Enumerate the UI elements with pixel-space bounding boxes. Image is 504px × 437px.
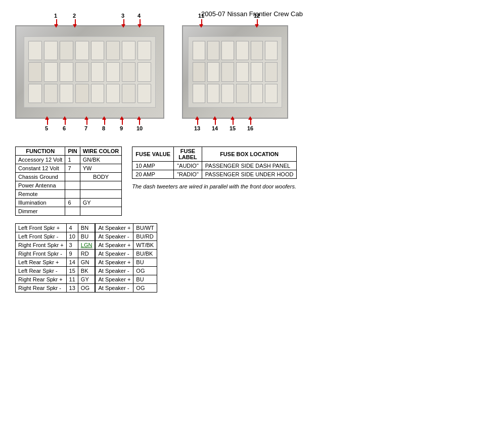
- pin-cell: [65, 173, 80, 181]
- fuse-table: FUSE VALUE FUSELABEL FUSE BOX LOCATION 1…: [132, 147, 297, 179]
- speaker-table-right: At Speaker + BU/WT At Speaker - BU/RD At…: [95, 223, 157, 293]
- table-row: Illumination 6 GY: [16, 199, 122, 207]
- tables-section: FUNCTION PIN WIRE COLOR Accessory 12 Vol…: [15, 147, 489, 216]
- table-row: Chassis Ground BODY: [16, 173, 122, 181]
- at-spkr-wire: WT/BK: [133, 241, 157, 250]
- at-spkr-function: At Speaker -: [96, 284, 133, 293]
- function-table-wrapper: FUNCTION PIN WIRE COLOR Accessory 12 Vol…: [15, 147, 122, 216]
- wire-cell: [80, 190, 122, 199]
- at-spkr-wire: BU: [133, 258, 157, 267]
- function-cell: Accessory 12 Volt: [16, 156, 65, 164]
- table-row: Remote: [16, 190, 122, 199]
- connector2: 11 12 13 14: [182, 25, 288, 119]
- function-cell: Constant 12 Volt: [16, 164, 65, 173]
- pin2-label: 2: [73, 12, 76, 19]
- fuse-row: 10 AMP "AUDIO" PASSENGER SIDE DASH PANEL: [132, 162, 297, 170]
- pin9-label: 9: [120, 125, 123, 132]
- at-spkr-wire: BU: [133, 275, 157, 284]
- function-cell: Remote: [16, 190, 65, 199]
- function-cell: Power Antenna: [16, 181, 65, 190]
- pin5-label: 5: [45, 125, 48, 132]
- wire-cell: [80, 207, 122, 216]
- pin16-label: 16: [247, 125, 253, 132]
- fuse-value-cell: 20 AMP: [132, 170, 174, 179]
- pin-cell: 6: [65, 199, 80, 207]
- spkr-pin: 11: [66, 275, 78, 284]
- table-row: Accessory 12 Volt 1 GN/BK: [16, 156, 122, 164]
- connector1: 1 2 3 4: [15, 25, 164, 119]
- pin1-label: 1: [54, 12, 57, 19]
- table-row: At Speaker + BU: [96, 258, 157, 267]
- table-row: At Speaker - OG: [96, 284, 157, 293]
- at-spkr-function: At Speaker +: [96, 241, 133, 250]
- spkr-pin: 9: [66, 250, 78, 258]
- at-spkr-function: At Speaker +: [96, 275, 133, 284]
- at-spkr-function: At Speaker +: [96, 224, 133, 232]
- pin4-label: 4: [138, 12, 141, 19]
- fuse-location-cell: PASSENGER SIDE DASH PANEL: [202, 162, 297, 170]
- table-row: Right Rear Spkr + 11 GY: [16, 275, 95, 284]
- fuse-note: The dash tweeters are wired in parallel …: [132, 183, 297, 189]
- fuse-label-cell: "RADIO": [174, 170, 202, 179]
- table-row: Right Front Spkr - 9 RD: [16, 250, 95, 258]
- at-spkr-function: At Speaker -: [96, 267, 133, 275]
- spkr-function: Right Front Spkr +: [16, 241, 67, 250]
- wire-cell: YW: [80, 164, 122, 173]
- at-spkr-function: At Speaker +: [96, 258, 133, 267]
- pin12-label: 12: [254, 12, 260, 19]
- spkr-function: Right Front Spkr -: [16, 250, 67, 258]
- spkr-wire: LGN: [78, 241, 95, 250]
- wire-cell: BODY: [80, 173, 122, 181]
- at-spkr-function: At Speaker -: [96, 232, 133, 241]
- spkr-wire: GY: [78, 275, 95, 284]
- pin6-label: 6: [63, 125, 66, 132]
- spkr-wire: BN: [78, 224, 95, 232]
- fuse-location-header: FUSE BOX LOCATION: [202, 147, 297, 162]
- fuse-label-cell: "AUDIO": [174, 162, 202, 170]
- pin-cell: [65, 207, 80, 216]
- spkr-function: Left Rear Spkr +: [16, 258, 67, 267]
- spkr-pin: 15: [66, 267, 78, 275]
- fuse-section: FUSE VALUE FUSELABEL FUSE BOX LOCATION 1…: [132, 147, 297, 189]
- pin7-label: 7: [84, 125, 87, 132]
- table-row: Constant 12 Volt 7 YW: [16, 164, 122, 173]
- at-spkr-wire: OG: [133, 284, 157, 293]
- fuse-value-header: FUSE VALUE: [132, 147, 174, 162]
- table-row: Left Rear Spkr - 15 BK: [16, 267, 95, 275]
- spkr-wire: BU: [78, 232, 95, 241]
- pin8-label: 8: [102, 125, 105, 132]
- pin13-label: 13: [194, 125, 200, 132]
- spkr-function: Right Rear Spkr +: [16, 275, 67, 284]
- spkr-wire: RD: [78, 250, 95, 258]
- connectors-section: 1 2 3 4: [15, 25, 489, 119]
- spkr-wire: BK: [78, 267, 95, 275]
- pin-cell: 7: [65, 164, 80, 173]
- table-row: At Speaker + BU/WT: [96, 224, 157, 232]
- table-row: At Speaker - BU/RD: [96, 232, 157, 241]
- table-row: Left Front Spkr + 4 BN: [16, 224, 95, 232]
- at-spkr-wire: BU/BK: [133, 250, 157, 258]
- pin-header: PIN: [65, 147, 80, 156]
- pin15-label: 15: [230, 125, 236, 132]
- table-row: Left Rear Spkr + 14 GN: [16, 258, 95, 267]
- pin-cell: 1: [65, 156, 80, 164]
- fuse-row: 20 AMP "RADIO" PASSENGER SIDE UNDER HOOD: [132, 170, 297, 179]
- at-spkr-wire: BU/RD: [133, 232, 157, 241]
- speaker-table-left: Left Front Spkr + 4 BN Left Front Spkr -…: [15, 223, 95, 293]
- table-row: At Speaker - BU/BK: [96, 250, 157, 258]
- at-spkr-wire: OG: [133, 267, 157, 275]
- function-table: FUNCTION PIN WIRE COLOR Accessory 12 Vol…: [15, 147, 122, 216]
- pin10-label: 10: [136, 125, 143, 132]
- table-row: Dimmer: [16, 207, 122, 216]
- spkr-function: Right Rear Spkr -: [16, 284, 67, 293]
- pin3-label: 3: [121, 12, 124, 19]
- spkr-pin: 4: [66, 224, 78, 232]
- page-title: 2005-07 Nissan Frontier Crew Cab: [15, 10, 489, 18]
- table-row: Right Rear Spkr - 13 OG: [16, 284, 95, 293]
- table-row: At Speaker + BU: [96, 275, 157, 284]
- wire-cell: [80, 181, 122, 190]
- spkr-pin: 3: [66, 241, 78, 250]
- table-row: At Speaker + WT/BK: [96, 241, 157, 250]
- pin11-label: 11: [198, 12, 204, 19]
- spkr-function: Left Front Spkr -: [16, 232, 67, 241]
